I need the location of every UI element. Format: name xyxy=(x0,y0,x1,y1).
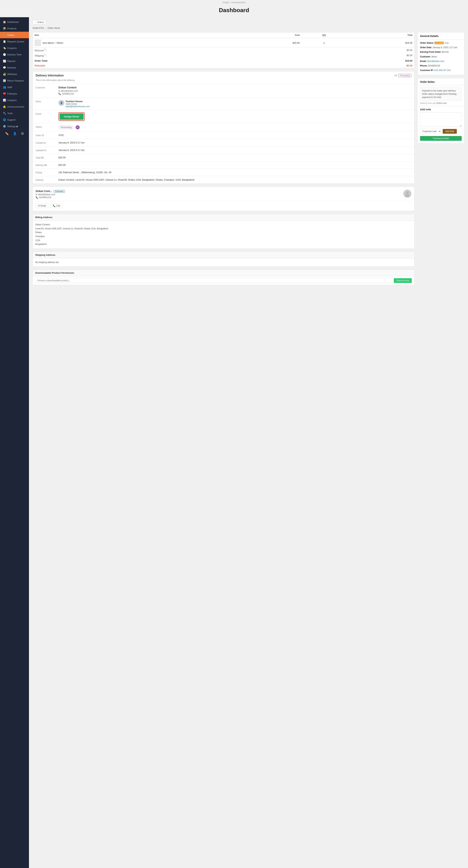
sidebar-item-coupons[interactable]: 🏷️ Coupons xyxy=(0,45,29,51)
discount-label: Discount ? : xyxy=(35,49,47,52)
back-to-orders-button[interactable]: ← Orders xyxy=(33,20,46,25)
sidebar-item-delivery-time[interactable]: 🕐 Delivery Time xyxy=(0,51,29,58)
followers-icon: ❤️ xyxy=(3,92,6,95)
billing-address-title: Billing Address xyxy=(33,214,414,221)
col-total: Total xyxy=(347,32,414,38)
withdraw-icon: 💰 xyxy=(3,73,6,75)
sidebar-item-dashboard[interactable]: 🏠 Dashboard xyxy=(0,19,29,25)
col-qty: Qty xyxy=(301,32,347,38)
email-icon-small: ✉ xyxy=(36,193,37,196)
edit-profile-icon[interactable]: ✏️ xyxy=(5,132,9,135)
sidebar-item-support[interactable]: 🌐 Support xyxy=(0,117,29,123)
user-icon[interactable]: 👤 xyxy=(13,132,16,135)
grant-access-button[interactable]: Grant Access xyxy=(394,278,412,283)
analytics-icon: 📊 xyxy=(3,99,6,102)
table-row: woo-album – Album $15.00 1 $15.00 xyxy=(33,38,414,48)
content-area: ← Orders Order#702 → Order Items xyxy=(29,17,468,868)
created-field-value: January 6, 2023 5:17 am xyxy=(59,141,411,144)
order-breadcrumb: Order#702 → Order Items xyxy=(33,27,464,29)
phone-icon: 📞 xyxy=(59,93,61,95)
downloadable-card: Downloadable Product Permission Grant Ac… xyxy=(33,270,414,285)
orderid-field-value: #702 xyxy=(59,134,411,136)
sidebar-item-withdraw[interactable]: 💰 Withdraw xyxy=(0,71,29,78)
delivery-customer-row: Customer Dokan Content ✉ ditor@dokan.com… xyxy=(33,84,414,98)
sidebar-item-orders[interactable]: 🛒 Orders xyxy=(0,32,29,38)
delivery-field-value: Dokan Content, Level:03, House:1005,1007… xyxy=(59,178,411,181)
delivery-field-label: Delivery xyxy=(36,178,56,181)
customer-field-value: Dokan Content ✉ ditor@dokan.com 📞 024480… xyxy=(59,86,411,95)
store-field-value: 👤 Fashion House Kylie Green kylie@fashio… xyxy=(59,100,411,108)
customer-avatar xyxy=(403,190,411,197)
customer-row: Customer: demo xyxy=(420,55,462,59)
customer-card: Dokan Cont... Customer ✉ ditor@dokan.com… xyxy=(33,187,414,211)
email-customer-button[interactable]: ✉ Email xyxy=(36,204,48,208)
tools-icon: 🔧 xyxy=(3,112,6,115)
tracking-number-button[interactable]: Tracking Number xyxy=(420,136,462,141)
order-note-meta: added 8 mins ago Delete note xyxy=(417,102,464,106)
sidebar-item-reviews[interactable]: 💬 Reviews xyxy=(0,64,29,71)
customer-card-name: Dokan Cont... Customer xyxy=(36,190,403,192)
return-request-icon: ↩️ xyxy=(3,79,6,82)
assign-driver-button[interactable]: Assign Driver xyxy=(60,114,83,120)
svg-point-0 xyxy=(406,191,409,194)
breadcrumb-current: DASHBOARD xyxy=(231,1,245,4)
order-number[interactable]: Order#702 xyxy=(33,27,44,29)
delivery-title: Delivery Information xyxy=(36,74,64,77)
sidebar-label-settings: Settings ▶ xyxy=(7,125,18,128)
customer-email-link[interactable]: ditor@dokan.com xyxy=(427,60,444,62)
add-note-title: Add note xyxy=(417,106,464,112)
sidebar-item-announcements[interactable]: 🔔 Announcements xyxy=(0,103,29,110)
item-name-cell: woo-album – Album xyxy=(33,38,234,48)
sidebar-label-announcements: Announcements xyxy=(7,105,24,108)
delete-note-link[interactable]: Delete note xyxy=(436,102,447,104)
sidebar-item-request-quotes[interactable]: 📋 Request Quotes xyxy=(0,38,29,45)
sidebar-label-tools: Tools xyxy=(7,112,13,115)
order-total-label: Order Total: xyxy=(35,59,48,62)
edit-status-link[interactable]: Edit xyxy=(445,42,448,44)
call-btn-label: Call xyxy=(56,205,60,207)
add-note-textarea[interactable] xyxy=(420,112,462,127)
breadcrumb-home[interactable]: HOME xyxy=(223,1,229,4)
customer-ip-link[interactable]: 103.108.147.143 xyxy=(434,69,450,71)
billing-line-5: 1216 xyxy=(35,239,412,243)
order-items-table: Item Cost Qty Total xyxy=(33,32,414,48)
order-total-row: Order Total: $15.00 xyxy=(33,58,414,63)
order-notes-title: Order Notes xyxy=(417,78,464,85)
left-column: Item Cost Qty Total xyxy=(33,32,414,288)
downloadable-product-input[interactable] xyxy=(35,278,392,283)
call-btn-icon: 📞 xyxy=(53,205,56,207)
delivery-created-row: Created At January 6, 2023 5:17 am xyxy=(33,139,414,146)
sidebar-label-request-quotes: Request Quotes xyxy=(7,40,24,43)
note-type-select[interactable]: Customer note xyxy=(420,129,441,134)
sidebar-item-tools[interactable]: 🔧 Tools xyxy=(0,110,29,117)
delivery-pickup-row: Pickup 181 Railroad Street, , Williamsbu… xyxy=(33,168,414,176)
orders-icon: 🛒 xyxy=(3,33,6,36)
sidebar-item-followers[interactable]: ❤️ Followers xyxy=(0,90,29,97)
customer-card-phone: 📞 0244801219 xyxy=(36,196,403,199)
call-customer-button[interactable]: 📞 Call xyxy=(51,204,62,208)
billing-line-6: Bangladesh xyxy=(35,242,412,246)
sidebar-item-reports[interactable]: 📈 Reports xyxy=(0,58,29,64)
sidebar-label-reviews: Reviews xyxy=(7,66,16,69)
store-website: kylie@fashionhouse.com xyxy=(66,105,90,108)
general-details-rows: Order Status: On-hold Edit Order Date: J… xyxy=(417,39,464,75)
assign-driver-btn-wrapper: Assign Driver xyxy=(59,112,85,121)
status-badge: Processing xyxy=(59,125,74,129)
note-actions: Customer note Add Note xyxy=(417,127,464,135)
sidebar-item-return-request[interactable]: ↩️ Return Request xyxy=(0,78,29,84)
sidebar-item-staff[interactable]: 👥 Staff xyxy=(0,84,29,90)
billing-address-body: Dokan Content Level:03, House:1005,1007,… xyxy=(33,221,414,249)
store-details: Fashion House Kylie Green kylie@fashionh… xyxy=(66,100,90,108)
svg-point-1 xyxy=(405,194,410,197)
item-name: woo-album – Album xyxy=(42,41,63,44)
sidebar-item-products[interactable]: 📦 Products xyxy=(0,25,29,32)
delivery-status-row: Status Processing ✏ xyxy=(33,123,414,132)
sidebar-item-analytics[interactable]: 📊 Analytics xyxy=(0,97,29,103)
shipping-empty-text: No shipping address set. xyxy=(35,261,59,264)
sidebar-item-settings[interactable]: ⚙️ Settings ▶ xyxy=(0,123,29,129)
refunded-value: -$0.00 xyxy=(406,64,412,67)
breadcrumb-sep: / xyxy=(230,1,231,4)
edit-status-icon[interactable]: ✏ xyxy=(76,125,80,129)
logout-icon[interactable]: ⏻ xyxy=(21,132,24,135)
add-note-button[interactable]: Add Note xyxy=(443,129,457,134)
